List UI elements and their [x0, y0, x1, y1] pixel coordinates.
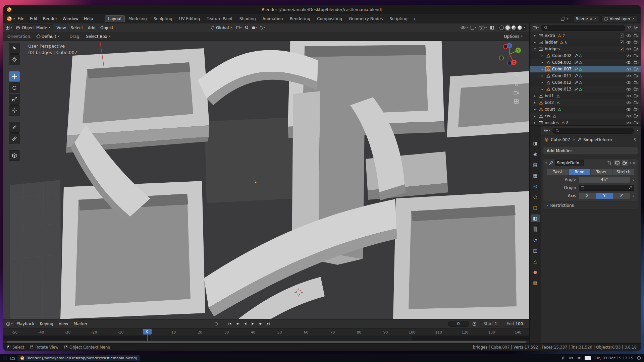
hide-in-viewport-toggle[interactable] — [626, 74, 631, 78]
auto-keying-toggle[interactable] — [213, 321, 220, 327]
disable-in-render-toggle[interactable] — [634, 101, 639, 105]
properties-tab[interactable]: ◎ — [531, 182, 540, 190]
snap-toggle[interactable] — [244, 24, 250, 31]
timeline-track-area[interactable] — [3, 336, 529, 341]
hide-in-viewport-toggle[interactable] — [626, 41, 631, 44]
outliner-row[interactable]: ▸ insides 8 — [530, 119, 641, 125]
topbar-menu-item[interactable]: File — [15, 15, 27, 22]
tray-app-icon[interactable] — [585, 356, 591, 360]
workspace-tab[interactable]: UV Editing — [176, 15, 203, 22]
xray-toggle[interactable] — [489, 24, 495, 31]
cursor-tool[interactable] — [9, 54, 20, 65]
add-cube-tool[interactable] — [9, 150, 20, 161]
properties-tab[interactable]: ▦ — [531, 172, 540, 179]
timeline-menu-item[interactable]: Marker — [71, 320, 90, 327]
scale-tool[interactable] — [9, 94, 20, 105]
shading-rendered-button[interactable] — [518, 25, 522, 30]
add-modifier-button[interactable]: Add Modifier — [543, 147, 638, 155]
taskbar-clock[interactable]: Tue, 03 Dec 15:13:15 — [594, 356, 633, 360]
breadcrumb-modifier[interactable]: SimpleDeform — [583, 137, 612, 142]
measure-tool[interactable] — [9, 133, 20, 144]
modifier-close-icon[interactable]: ✕ — [633, 161, 636, 165]
show-gizmo-dropdown[interactable]: ▾ — [470, 24, 477, 31]
frame-end-field[interactable]: End 100 — [503, 321, 527, 327]
toggle-perspective-icon[interactable] — [514, 99, 519, 104]
blender-logo-icon[interactable] — [7, 16, 12, 21]
properties-tab[interactable]: ○ — [531, 193, 540, 201]
viewport-menu-item[interactable]: Select — [68, 24, 86, 31]
properties-tab[interactable]: ◉ — [531, 150, 540, 158]
snap-settings-dropdown[interactable]: ▾ — [251, 24, 258, 31]
outliner-search-input[interactable] — [541, 25, 625, 31]
outliner-options-icon[interactable] — [634, 25, 638, 30]
collection-checkbox[interactable]: ✓ — [620, 34, 624, 38]
view-layer-selector[interactable]: ViewLayer ✕ — [601, 15, 637, 22]
angle-value-slider[interactable]: 45° — [579, 177, 630, 183]
disable-in-render-toggle[interactable] — [634, 34, 639, 38]
outliner-row[interactable]: ▸ Cube.011 — [530, 72, 641, 79]
disable-in-render-toggle[interactable] — [634, 74, 639, 78]
outliner-row[interactable]: ▸ Cube.007 — [530, 66, 641, 72]
deform-mode-button[interactable]: Taper — [591, 169, 613, 175]
topbar-menu-item[interactable]: Render — [40, 15, 60, 22]
play-button[interactable] — [250, 321, 256, 327]
expand-arrow-icon[interactable]: ▸ — [540, 74, 544, 77]
file-manager-icon[interactable] — [10, 356, 15, 360]
session-menu-icon[interactable] — [637, 356, 641, 360]
workspace-tab[interactable]: Geometry Nodes — [346, 15, 386, 22]
expand-arrow-icon[interactable]: ▸ — [540, 61, 544, 64]
workspace-tab[interactable]: Scripting — [386, 15, 410, 22]
outliner-row[interactable]: ▸ cw — [530, 113, 641, 119]
properties-tab[interactable]: ▤ — [531, 161, 540, 169]
expand-arrow-icon[interactable]: ▸ — [540, 81, 544, 84]
expand-arrow-icon[interactable]: ▸ — [533, 34, 537, 37]
workspace-tab[interactable]: Animation — [260, 15, 286, 22]
disable-in-render-toggle[interactable] — [634, 40, 639, 44]
origin-object-field[interactable] — [579, 185, 634, 191]
keyboard-layout[interactable]: us — [569, 356, 573, 360]
expand-arrow-icon[interactable]: ▸ — [533, 108, 537, 111]
expand-arrow-icon[interactable]: ▸ — [533, 114, 537, 118]
outliner-row[interactable]: ▸ court — [530, 106, 641, 113]
animate-axis-dot[interactable] — [633, 195, 634, 197]
breadcrumb-object[interactable]: Cube.007 — [551, 137, 570, 142]
disable-in-render-toggle[interactable] — [634, 47, 639, 51]
disable-in-render-toggle[interactable] — [634, 107, 639, 111]
properties-tab[interactable]: ◫ — [531, 247, 540, 254]
restrictions-subpanel[interactable]: ▸ Restrictions — [543, 201, 638, 209]
outliner-row[interactable]: ▾ bridges — [530, 46, 641, 52]
pan-hand-icon[interactable] — [514, 81, 519, 86]
modifier-extras-dropdown-icon[interactable]: ▾ — [630, 162, 631, 165]
taskbar-window-entry[interactable]: Blender [/home/amalie/Desktop/blender/ca… — [17, 355, 140, 361]
topbar-menu-item[interactable]: Edit — [27, 15, 40, 22]
expand-arrow-icon[interactable]: ▸ — [533, 94, 537, 98]
unlink-scene-icon[interactable]: ✕ — [594, 17, 597, 20]
disable-in-render-toggle[interactable] — [634, 94, 639, 98]
current-frame-field[interactable]: 0 — [448, 321, 469, 327]
drag-setting-dropdown[interactable]: Select Box ▾ — [83, 33, 113, 40]
frame-start-field[interactable]: Start 1 — [480, 321, 501, 327]
expand-arrow-icon[interactable]: ▾ — [533, 47, 537, 51]
viewport-menu-item[interactable]: View — [54, 24, 68, 31]
outliner-row[interactable]: ▸ Cube.003 — [530, 59, 641, 66]
workspace-tab[interactable]: Sculpting — [151, 15, 175, 22]
properties-tab[interactable]: ◧ — [531, 215, 540, 222]
transform-tool[interactable] — [9, 105, 20, 116]
disable-in-render-toggle[interactable] — [634, 80, 639, 84]
hide-in-viewport-toggle[interactable] — [626, 108, 631, 111]
hide-in-viewport-toggle[interactable] — [626, 47, 631, 51]
properties-tab[interactable]: ▒ — [531, 225, 540, 233]
move-tool[interactable] — [9, 71, 20, 82]
panel-expand-icon[interactable]: ▾ — [545, 162, 547, 165]
new-scene-icon[interactable]: ⧉ — [590, 17, 592, 21]
properties-editor-type-button[interactable]: ▾ — [544, 127, 550, 134]
zoom-icon[interactable] — [514, 72, 519, 77]
timeline-menu-item[interactable]: Playback — [14, 320, 37, 327]
app-launcher-icon[interactable] — [3, 356, 7, 360]
window-titlebar[interactable]: Blender [/home/amalie/Desktop/blender/ca… — [3, 5, 641, 14]
orientation-setting-dropdown[interactable]: Default ▾ — [34, 33, 62, 40]
disable-in-render-toggle[interactable] — [634, 60, 639, 64]
hide-in-viewport-toggle[interactable] — [626, 81, 631, 84]
modifier-name-field[interactable]: SimpleDefo... — [555, 160, 584, 166]
hide-in-viewport-toggle[interactable] — [626, 101, 631, 105]
